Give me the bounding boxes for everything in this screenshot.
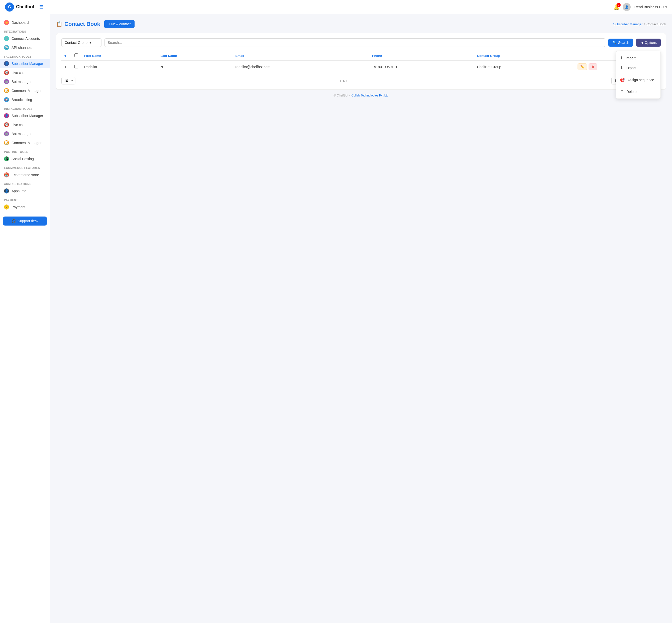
contact-group-select[interactable]: Contact Group ▾ [61, 38, 101, 47]
section-label-integrations: INTEGRATIONS [0, 27, 50, 34]
breadcrumb: Subscriber Manager / Contact Book [613, 22, 666, 26]
delete-icon: 🗑 [620, 89, 624, 94]
sidebar-item-ig-comment[interactable]: 📝 Comment Manager [0, 138, 50, 147]
notification-badge: 0 [617, 3, 621, 7]
table-header-row: # First Name Last Name Email Phone Conta… [61, 51, 661, 61]
navbar: C Cheifbot ☰ 🔔 0 👤 Trend Business CO ▾ [0, 0, 672, 14]
search-btn-label: Search [618, 40, 629, 44]
toolbar: Contact Group ▾ 🔍 Search ◄ Options [61, 38, 661, 47]
per-page-select[interactable]: 10 25 50 [61, 77, 75, 85]
footer-copyright: © CheifBot [334, 94, 348, 97]
sidebar-item-fb-subscriber[interactable]: 👤 Subscriber Manager [0, 59, 50, 68]
options-btn-label: ◄ Options [640, 40, 657, 44]
sidebar-item-label: Bot manager [11, 80, 32, 84]
dropdown-item-import[interactable]: ⬆ Import [616, 53, 661, 63]
fb-bot-icon: 🤖 [4, 79, 9, 84]
dropdown-item-assign-sequence[interactable]: 🎯 Assign sequence [616, 75, 661, 85]
options-button[interactable]: ◄ Options [636, 38, 661, 47]
select-all-checkbox[interactable] [74, 53, 78, 57]
sidebar-item-ig-subscriber[interactable]: 👤 Subscriber Manager [0, 111, 50, 120]
sidebar-item-label: Broadcasting [11, 98, 32, 102]
section-label-facebook: FACEBOOK TOOLS [0, 52, 50, 59]
page-title-text: Contact Book [64, 21, 100, 27]
contact-book-icon: 📋 [56, 21, 62, 27]
sidebar-item-ig-live[interactable]: 💬 Live chat [0, 120, 50, 129]
edit-button[interactable]: ✏️ [578, 63, 587, 70]
sidebar-item-fb-bot[interactable]: 🤖 Bot manager [0, 77, 50, 86]
search-button[interactable]: 🔍 Search [608, 38, 633, 47]
avatar[interactable]: 👤 [623, 3, 631, 11]
row-first-name: Radhika [81, 61, 157, 73]
breadcrumb-parent-link[interactable]: Subscriber Manager [613, 22, 642, 26]
hamburger-button[interactable]: ☰ [38, 3, 44, 11]
breadcrumb-current: Contact Book [646, 22, 666, 26]
hamburger-icon: ☰ [39, 4, 43, 9]
th-contact-group[interactable]: Contact Group [474, 51, 575, 61]
search-input[interactable] [104, 38, 605, 47]
row-checkbox[interactable] [74, 65, 78, 68]
delete-row-button[interactable]: 🗑 [588, 63, 597, 70]
sidebar-item-label: API channels [11, 46, 32, 50]
sidebar-item-label: Comment Manager [11, 141, 41, 145]
new-contact-label: + New contact [108, 22, 130, 26]
th-phone[interactable]: Phone [369, 51, 474, 61]
dropdown-item-export[interactable]: ⬇ Export [616, 63, 661, 73]
sidebar-item-label: Dashboard [11, 21, 29, 25]
section-label-ecommerce: ECOMMERCE FEATURES [0, 164, 50, 170]
sidebar-item-fb-broadcast[interactable]: 📢 Broadcasting [0, 95, 50, 104]
navbar-right: 🔔 0 👤 Trend Business CO ▾ [613, 3, 667, 11]
th-first-name[interactable]: First Name [81, 51, 157, 61]
sidebar-item-label: Comment Manager [11, 89, 41, 93]
fb-live-icon: 💬 [4, 70, 9, 75]
row-num: 1 [61, 61, 71, 73]
row-email: radhika@cheifbot.com [232, 61, 369, 73]
payment-icon: 💰 [4, 205, 9, 209]
sidebar-item-api-channels[interactable]: 📡 API channels [0, 43, 50, 52]
th-last-name[interactable]: Last Name [157, 51, 232, 61]
footer-company-link[interactable]: iCollab Technologies Pvt Ltd [351, 94, 389, 97]
contacts-table-wrapper: # First Name Last Name Email Phone Conta… [61, 51, 661, 73]
support-desk-button[interactable]: 🎧 Support desk [3, 216, 47, 226]
sidebar-item-fb-live[interactable]: 💬 Live chat [0, 68, 50, 77]
sidebar-item-ig-bot[interactable]: 🤖 Bot manager [0, 129, 50, 138]
appsumo-icon: 👤 [4, 188, 9, 194]
connect-icon: 🔗 [4, 36, 9, 41]
main-content: 📋 Contact Book + New contact Subscriber … [50, 14, 672, 623]
th-email[interactable]: Email [232, 51, 369, 61]
contact-group-chevron: ▾ [89, 40, 91, 44]
import-icon: ⬆ [620, 56, 623, 60]
sidebar-item-label: Social Posting [11, 157, 34, 161]
new-contact-button[interactable]: + New contact [104, 20, 134, 28]
logo[interactable]: C Cheifbot [5, 2, 34, 11]
sidebar-item-fb-comment[interactable]: 📝 Comment Manager [0, 86, 50, 95]
sidebar-item-ecommerce-store[interactable]: 🏪 Ecommerce store [0, 170, 50, 179]
support-icon: 🎧 [11, 219, 16, 223]
notification-button[interactable]: 🔔 0 [613, 4, 620, 10]
sidebar-item-dashboard[interactable]: ⚡ Dashboard [0, 18, 50, 27]
section-label-administrations: ADMINISTRATIONS [0, 179, 50, 186]
dropdown-item-delete[interactable]: 🗑 Delete [616, 87, 661, 96]
per-page-wrapper: 10 25 50 [61, 77, 75, 85]
table-body: 1 Radhika N radhika@cheifbot.com +919010… [61, 61, 661, 73]
sidebar-item-payment[interactable]: 💰 Payment [0, 203, 50, 211]
fb-comment-icon: 📝 [4, 88, 9, 93]
logo-text: Cheifbot [16, 4, 34, 9]
sidebar-item-label: Payment [11, 205, 25, 209]
business-name[interactable]: Trend Business CO ▾ [634, 5, 667, 9]
sidebar-item-label: Subscriber Manager [11, 62, 43, 66]
sidebar-item-label: Ecommerce store [11, 173, 39, 177]
contacts-table: # First Name Last Name Email Phone Conta… [61, 51, 661, 73]
breadcrumb-separator: / [644, 22, 645, 26]
sidebar-item-appsumo[interactable]: 👤 Appsumo [0, 186, 50, 196]
logo-icon: C [5, 2, 14, 11]
page-info: 1-1/1 [340, 79, 347, 83]
sidebar-item-label: Live chat [11, 123, 26, 127]
sidebar-item-connect-accounts[interactable]: 🔗 Connect Accounts [0, 34, 50, 43]
row-contact-group: CheifBot Group [474, 61, 575, 73]
ig-live-icon: 💬 [4, 122, 9, 127]
navbar-left: C Cheifbot ☰ [5, 2, 44, 11]
page-header: 📋 Contact Book + New contact Subscriber … [56, 20, 666, 28]
sidebar-item-label: Subscriber Manager [11, 114, 43, 118]
page-title: 📋 Contact Book [56, 21, 100, 27]
sidebar-item-social-posting[interactable]: 📲 Social Posting [0, 154, 50, 164]
